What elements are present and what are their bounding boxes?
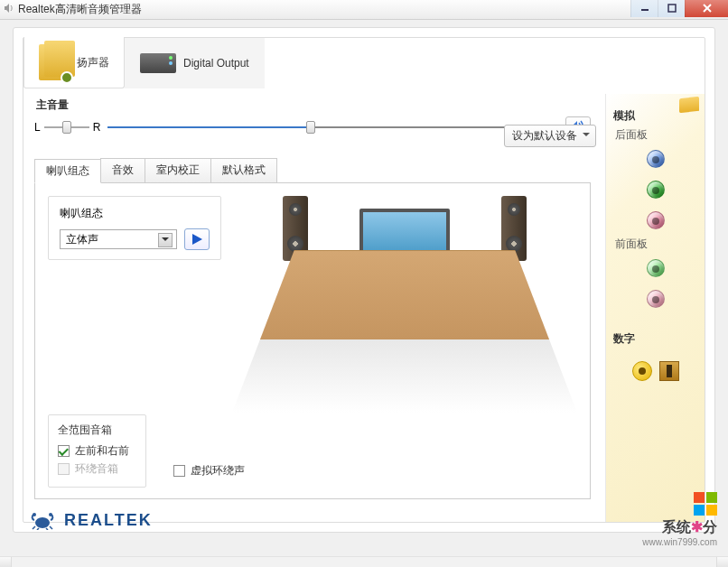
balance-control[interactable]: L R (34, 121, 100, 134)
speaker-config-value: 立体声 (66, 232, 98, 247)
close-button[interactable] (685, 0, 728, 17)
speaker-config-label: 喇叭组态 (60, 206, 210, 221)
window-title: Realtek高清晰音频管理器 (18, 2, 142, 17)
set-default-device-dropdown[interactable]: 设为默认设备 (504, 125, 596, 147)
tab-speakers[interactable]: 扬声器 (23, 37, 125, 88)
play-icon (191, 233, 203, 246)
tab-speaker-config-label: 喇叭组态 (46, 164, 89, 177)
main-panel-inner: 扬声器 Digital Output 主音量 L R (23, 37, 705, 523)
watermark-text: 系统✱分 (642, 518, 717, 537)
master-volume-title: 主音量 (36, 98, 591, 113)
svg-point-6 (49, 513, 52, 516)
volume-slider[interactable] (107, 121, 558, 134)
svg-point-5 (33, 513, 36, 516)
checkbox-surround-label: 环绕音箱 (75, 461, 118, 477)
checkbox-surround-row: 环绕音箱 (58, 461, 129, 477)
checkbox-virtual-surround-row[interactable]: 虚拟环绕声 (173, 463, 245, 479)
digital-device-icon (140, 53, 176, 73)
jack-digital-optical[interactable] (659, 361, 679, 381)
stage-floor (232, 250, 577, 413)
horizontal-scrollbar[interactable] (0, 556, 728, 567)
left-content: 主音量 L R (23, 94, 605, 522)
set-default-device-label: 设为默认设备 (512, 129, 577, 142)
master-volume-section: 主音量 L R (34, 98, 591, 138)
speaker-config-panel: 喇叭组态 立体声 (34, 183, 591, 499)
jack-front-pink[interactable] (647, 290, 665, 308)
app-speaker-icon (4, 3, 14, 16)
tab-digital-label: Digital Output (183, 57, 249, 70)
test-play-button[interactable] (184, 228, 210, 250)
title-bar: Realtek高清晰音频管理器 (0, 0, 728, 20)
tab-default-format[interactable]: 默认格式 (210, 158, 277, 182)
realtek-crab-icon (30, 510, 55, 530)
checkbox-virtual-surround[interactable] (173, 465, 185, 477)
speaker-config-box: 喇叭组态 立体声 (48, 196, 221, 260)
tab-room-correction[interactable]: 室内校正 (145, 158, 211, 182)
speaker-config-select[interactable]: 立体声 (60, 229, 177, 249)
checkbox-virtual-surround-label: 虚拟环绕声 (191, 463, 245, 479)
checkbox-front-lr-row[interactable]: 左前和右前 (58, 443, 129, 459)
realtek-brand-text: REALTEK (64, 511, 153, 530)
default-check-icon (61, 71, 73, 84)
checkbox-front-lr-label: 左前和右前 (75, 443, 129, 459)
tab-sound-effects-label: 音效 (112, 163, 134, 176)
rear-panel-label: 后面板 (615, 127, 699, 143)
watermark: 系统✱分 www.win7999.com (642, 492, 717, 547)
star-icon: ✱ (691, 519, 703, 534)
watermark-text-a: 系统 (662, 519, 691, 534)
jack-rear-green[interactable] (647, 181, 665, 199)
tab-digital-output[interactable]: Digital Output (125, 38, 265, 88)
front-panel-label: 前面板 (615, 237, 699, 252)
footer: REALTEK (30, 510, 153, 530)
device-tabs: 扬声器 Digital Output (23, 38, 705, 88)
tab-speaker-config[interactable]: 喇叭组态 (34, 159, 101, 183)
digital-section-label: 数字 (613, 331, 699, 347)
svg-point-4 (35, 517, 50, 528)
svg-rect-1 (668, 5, 676, 12)
checkbox-surround (58, 463, 70, 475)
tab-sound-effects[interactable]: 音效 (100, 158, 145, 182)
watermark-text-b: 分 (703, 519, 717, 534)
tab-room-correction-label: 室内校正 (156, 163, 200, 176)
jack-rear-blue[interactable] (647, 150, 665, 168)
full-range-speakers-box: 全范围音箱 左前和右前 环绕音箱 (48, 414, 146, 488)
balance-left-label: L (34, 121, 41, 134)
main-panel: 扬声器 Digital Output 主音量 L R (13, 27, 715, 533)
connector-panel: 模拟 后面板 前面板 数字 (605, 94, 705, 522)
folder-icon[interactable] (679, 97, 699, 113)
sub-tabs: 喇叭组态 音效 室内校正 默认格式 (34, 158, 591, 183)
tab-speakers-label: 扬声器 (77, 55, 109, 70)
jack-front-green[interactable] (647, 259, 665, 277)
maximize-button[interactable] (658, 0, 685, 17)
jack-rear-pink[interactable] (647, 211, 665, 229)
watermark-url: www.win7999.com (642, 537, 717, 547)
jack-digital-coax[interactable] (632, 361, 652, 381)
checkbox-front-lr[interactable] (58, 445, 70, 457)
minimize-button[interactable] (630, 0, 658, 17)
balance-right-label: R (93, 121, 101, 134)
tab-default-format-label: 默认格式 (222, 163, 266, 176)
ms-logo-icon (694, 492, 717, 516)
speaker-stage (232, 196, 577, 413)
window-controls (630, 0, 728, 17)
full-range-title: 全范围音箱 (58, 423, 129, 438)
